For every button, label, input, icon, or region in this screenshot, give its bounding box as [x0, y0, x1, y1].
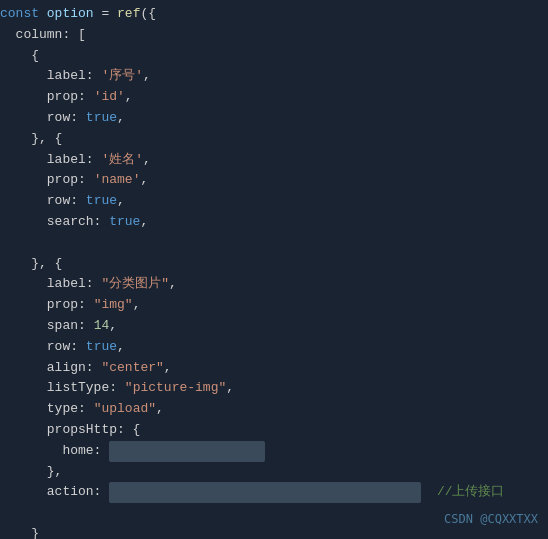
- code-line: prop: 'name',: [0, 170, 548, 191]
- code-token: true: [109, 214, 140, 229]
- blurred-text: [109, 482, 421, 503]
- code-token: 14: [94, 318, 110, 333]
- code-token: ,: [226, 380, 234, 395]
- code-token: row:: [0, 110, 86, 125]
- code-line: home:: [0, 441, 548, 462]
- code-token: }, {: [0, 256, 62, 271]
- code-token: prop:: [0, 89, 94, 104]
- code-token: label:: [0, 152, 101, 167]
- code-token: 'name': [94, 172, 141, 187]
- code-token: '姓名': [101, 152, 143, 167]
- code-line: label: '序号',: [0, 66, 548, 87]
- code-line: }, {: [0, 129, 548, 150]
- code-token: ,: [133, 297, 141, 312]
- code-editor: const option = ref({ column: [ { label: …: [0, 0, 548, 539]
- code-line: label: "分类图片",: [0, 274, 548, 295]
- code-line: },: [0, 462, 548, 483]
- code-token: span:: [0, 318, 94, 333]
- code-token: label:: [0, 276, 101, 291]
- code-line: row: true,: [0, 337, 548, 358]
- code-token: ,: [164, 360, 172, 375]
- code-line: listType: "picture-img",: [0, 378, 548, 399]
- code-token: listType:: [0, 380, 125, 395]
- code-line: column: [: [0, 25, 548, 46]
- code-line: search: true,: [0, 212, 548, 233]
- code-token: }, {: [0, 131, 62, 146]
- code-token: },: [0, 464, 62, 479]
- code-line: [0, 233, 548, 254]
- code-token: {: [0, 48, 39, 63]
- code-token: "img": [94, 297, 133, 312]
- code-line: const option = ref({: [0, 4, 548, 25]
- code-token: 'id': [94, 89, 125, 104]
- code-line: }, {: [0, 254, 548, 275]
- code-token: "分类图片": [101, 276, 169, 291]
- code-line: action: //上传接口: [0, 482, 548, 503]
- code-line: row: true,: [0, 108, 548, 129]
- code-token: }: [0, 526, 39, 539]
- code-token: '序号': [101, 68, 143, 83]
- code-line: row: true,: [0, 191, 548, 212]
- code-token: ,: [109, 318, 117, 333]
- code-token: ,: [125, 89, 133, 104]
- code-token: action:: [0, 484, 109, 499]
- code-token: option: [47, 6, 94, 21]
- code-token: align:: [0, 360, 101, 375]
- code-token: type:: [0, 401, 94, 416]
- code-token: "center": [101, 360, 163, 375]
- code-line: {: [0, 46, 548, 67]
- code-token: ,: [117, 339, 125, 354]
- code-token: ,: [117, 110, 125, 125]
- code-token: row:: [0, 193, 86, 208]
- code-token: ,: [140, 172, 148, 187]
- code-token: home:: [0, 443, 109, 458]
- code-token: =: [94, 6, 117, 21]
- code-token: prop:: [0, 297, 94, 312]
- code-token: prop:: [0, 172, 94, 187]
- code-token: ref: [117, 6, 140, 21]
- code-token: const: [0, 6, 47, 21]
- code-line: label: '姓名',: [0, 150, 548, 171]
- code-token: ,: [143, 68, 151, 83]
- code-token: "upload": [94, 401, 156, 416]
- code-token: true: [86, 193, 117, 208]
- code-token: ,: [117, 193, 125, 208]
- code-line: propsHttp: {: [0, 420, 548, 441]
- code-token: true: [86, 339, 117, 354]
- code-token: true: [86, 110, 117, 125]
- code-line: prop: 'id',: [0, 87, 548, 108]
- code-token: ,: [169, 276, 177, 291]
- code-token: ,: [156, 401, 164, 416]
- code-line: align: "center",: [0, 358, 548, 379]
- code-token: label:: [0, 68, 101, 83]
- code-token: ,: [140, 214, 148, 229]
- code-token: row:: [0, 339, 86, 354]
- code-token: ,: [143, 152, 151, 167]
- watermark: CSDN @CQXXTXX: [444, 510, 538, 529]
- code-token: column: [: [0, 27, 86, 42]
- code-token: propsHttp: {: [0, 422, 140, 437]
- code-line: span: 14,: [0, 316, 548, 337]
- code-token: //上传接口: [421, 484, 504, 499]
- code-line: prop: "img",: [0, 295, 548, 316]
- code-token: ({: [140, 6, 156, 21]
- code-line: type: "upload",: [0, 399, 548, 420]
- code-token: "picture-img": [125, 380, 226, 395]
- blurred-text: [109, 441, 265, 462]
- code-token: search:: [0, 214, 109, 229]
